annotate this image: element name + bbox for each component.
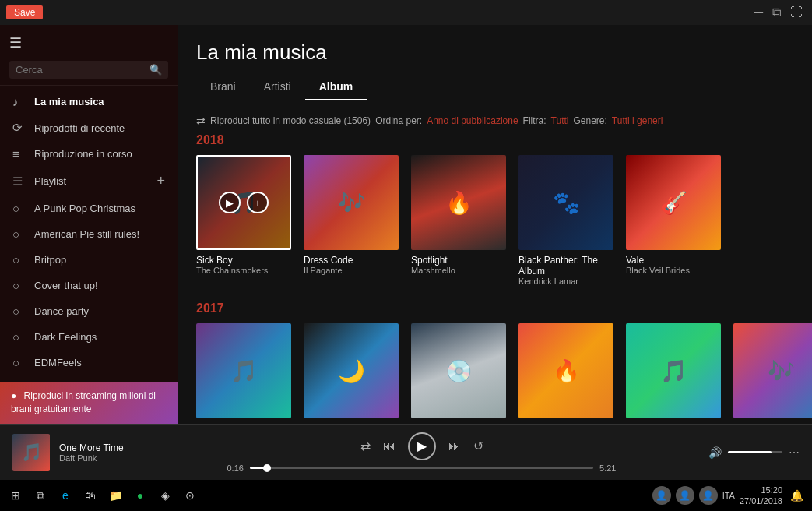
sidebar-item-cover-that-up[interactable]: ○ Cover that up!: [0, 273, 178, 298]
sidebar-promo[interactable]: ● Riproduci in streaming milioni di bran…: [0, 382, 178, 424]
filter-value[interactable]: Tutti: [551, 115, 569, 126]
volume-track[interactable]: [728, 451, 782, 453]
player-buttons: ⇄ ⏮ ▶ ⏭ ↺: [360, 432, 483, 460]
nav-icon-playlist: ☰: [12, 174, 26, 189]
tab-brani[interactable]: Brani: [196, 74, 250, 100]
files-icon[interactable]: 📁: [106, 486, 125, 505]
taskbar-avatar-3[interactable]: 👤: [699, 486, 718, 505]
album-card-all-night[interactable]: 🌙 All Night Steve Aoki: [304, 323, 399, 424]
album-cover-inner-vale: 🎸: [626, 155, 721, 250]
album-meta-dress-code: Dress Code Il Pagante: [304, 255, 399, 275]
album-title-dress-code: Dress Code: [304, 255, 399, 266]
album-cover-inner-spotlight: 🔥: [411, 155, 506, 250]
edge-icon[interactable]: e: [56, 486, 75, 505]
sidebar-item-riproduzione-in-corso[interactable]: ≡ Riproduzione in corso: [0, 141, 178, 167]
sidebar-item-a-punk-pop-christmas[interactable]: ○ A Punk Pop Christmas: [0, 196, 178, 221]
minimize-icon[interactable]: ─: [751, 5, 766, 19]
page-header: La mia musica BraniArtistiAlbum: [178, 25, 812, 108]
task-view-icon[interactable]: ⧉: [31, 486, 50, 505]
album-cover-inner-memories-do-not-open: 💿: [411, 323, 506, 418]
progress-track[interactable]: [250, 467, 593, 469]
album-cover-overlay-sick-boy: ▶ +: [198, 157, 290, 248]
shuffle-label[interactable]: Riproduci tutto in modo casuale (1506): [210, 115, 371, 126]
sidebar-item-dark-feelings[interactable]: ○ Dark Feelings: [0, 324, 178, 350]
title-bar-left: Save: [6, 5, 43, 19]
album-meta-vale: Vale Black Veil Brides: [626, 255, 721, 275]
album-cover-inner-black-panther: 🐾: [518, 155, 613, 250]
volume-fill: [728, 451, 772, 453]
repeat-button[interactable]: ↺: [473, 439, 483, 453]
taskbar-avatar-2[interactable]: 👤: [676, 486, 694, 505]
next-button[interactable]: ⏭: [448, 439, 461, 453]
spotify-taskbar-icon[interactable]: ●: [131, 486, 149, 505]
album-cover-inner-mania: 🎵: [196, 323, 291, 418]
album-card-mania[interactable]: 🎵 M A N I A Fall Out Boy: [196, 323, 291, 424]
play-button[interactable]: ▶: [408, 432, 436, 460]
player-track-info: One More Time Daft Punk: [59, 442, 137, 463]
more-icon[interactable]: ⋯: [789, 446, 800, 459]
player-track-name: One More Time: [59, 442, 137, 453]
sidebar-item-riprodotti-di-recente[interactable]: ⟳ Riprodotti di recente: [0, 115, 178, 141]
player-controls: ⇄ ⏮ ▶ ⏭ ↺ 0:16 5:21: [146, 432, 697, 473]
player-art-icon: 🎵: [21, 442, 42, 463]
taskbar-right: 👤 👤 👤 ITA 15:20 27/01/2018 🔔: [652, 485, 806, 507]
album-cover-sick-boy: 🎵 ▶ +: [196, 155, 291, 250]
album-title-spotlight: Spotlight: [411, 255, 506, 266]
albums-area: 2018🎵 ▶ + Sick Boy The Chainsmokers 🎶 Dr…: [178, 133, 812, 424]
album-card-spotlight[interactable]: 🔥 Spotlight Marshmello: [411, 155, 506, 286]
album-card-hit-the-road-jack[interactable]: 🎵 Hit The Road Jack Throttle: [626, 323, 721, 424]
nav-label-a-punk-pop-christmas: A Punk Pop Christmas: [34, 203, 135, 214]
album-cover-inner-dress-code: 🎶: [304, 155, 399, 250]
save-button[interactable]: Save: [6, 5, 43, 19]
album-card-sick-boy[interactable]: 🎵 ▶ + Sick Boy The Chainsmokers: [196, 155, 291, 286]
album-card-memories-do-not-open[interactable]: 💿 Memories...Do Not Open The Chainsmoker…: [411, 323, 506, 424]
album-title-vale: Vale: [626, 255, 721, 266]
sidebar-item-filippo-molinini[interactable]: ○ Filippo Molinini ⚙: [0, 375, 178, 382]
windows-icon[interactable]: ⊞: [6, 486, 25, 505]
sidebar-item-dance-party[interactable]: ○ Dance party: [0, 298, 178, 324]
nav-icon-cover-that-up: ○: [12, 279, 26, 292]
prev-button[interactable]: ⏮: [383, 439, 395, 453]
album-cover-inner-hit-the-road-jack: 🎵: [626, 323, 721, 418]
taskbar-avatar-1[interactable]: 👤: [652, 486, 671, 505]
add-playlist-btn[interactable]: +: [156, 173, 165, 189]
volume-icon: 🔊: [708, 446, 722, 459]
genre-value[interactable]: Tutti i generi: [612, 115, 663, 126]
nav-icon-american-pie-still-rules: ○: [12, 227, 26, 241]
app-icon-1[interactable]: ◈: [156, 486, 174, 505]
year-label-2017: 2017: [196, 301, 793, 315]
app-icon-2[interactable]: ⊙: [181, 486, 199, 505]
album-card-mans-not-hot[interactable]: 🔥 Man's Not Hot Big Shaq: [518, 323, 613, 424]
albums-row-2017: 🎵 M A N I A Fall Out Boy 🌙 All Night Ste…: [196, 323, 793, 424]
tab-album[interactable]: Album: [305, 74, 367, 100]
order-value[interactable]: Anno di pubblicazione: [427, 115, 518, 126]
hamburger-icon[interactable]: ☰: [9, 31, 168, 55]
album-cover-spotlight: 🔥: [411, 155, 506, 250]
album-card-black-panther[interactable]: 🐾 Black Panther: The Album Kendrick Lama…: [518, 155, 613, 286]
tab-artisti[interactable]: Artisti: [250, 74, 305, 100]
sidebar-item-la-mia-musica[interactable]: ♪ La mia musica: [0, 89, 178, 115]
sidebar-item-playlist[interactable]: ☰ Playlist +: [0, 167, 178, 196]
album-card-dress-code[interactable]: 🎶 Dress Code Il Pagante: [304, 155, 399, 286]
search-input[interactable]: [16, 64, 149, 76]
album-artist-vale: Black Veil Brides: [626, 266, 721, 275]
total-time: 5:21: [599, 463, 616, 473]
restore-icon[interactable]: ⧉: [769, 5, 784, 19]
sidebar-item-american-pie-still-rules[interactable]: ○ American Pie still rules!: [0, 221, 178, 247]
add-overlay-btn[interactable]: +: [247, 192, 269, 213]
nav-icon-dance-party: ○: [12, 305, 26, 318]
album-card-gang[interactable]: 🎶 GANG (feat. Kris Kiss) Merk & Kremont: [733, 323, 812, 424]
title-bar: Save ─ ⧉ ⛶: [0, 0, 812, 25]
store-icon[interactable]: 🛍: [81, 486, 100, 505]
album-title-black-panther: Black Panther: The Album: [518, 255, 613, 277]
maximize-icon[interactable]: ⛶: [787, 5, 806, 19]
sidebar-item-britpop[interactable]: ○ Britpop: [0, 247, 178, 273]
sidebar-item-edmfeels[interactable]: ○ EDMFeels: [0, 350, 178, 375]
taskbar-clock: 15:20: [740, 485, 782, 495]
play-overlay-btn[interactable]: ▶: [219, 192, 241, 213]
notifications-icon[interactable]: 🔔: [787, 486, 806, 505]
album-cover-gang: 🎶: [733, 323, 812, 418]
shuffle-button[interactable]: ⇄: [360, 439, 371, 453]
nav-icon-dark-feelings: ○: [12, 330, 26, 344]
album-card-vale[interactable]: 🎸 Vale Black Veil Brides: [626, 155, 721, 286]
